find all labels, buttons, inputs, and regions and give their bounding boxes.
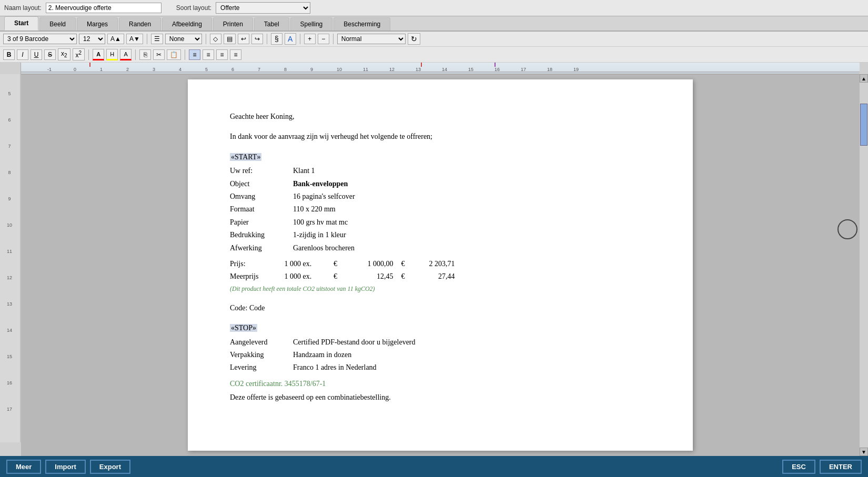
verpakking-label: Verpakking [230, 349, 293, 361]
tab-marges[interactable]: Marges [77, 17, 118, 31]
font-family-select[interactable]: 3 of 9 Barcode [3, 34, 77, 44]
formaat-value: 110 x 220 mm [293, 204, 651, 215]
meerprijs-amount1: 12,45 [346, 271, 393, 282]
tab-randen[interactable]: Randen [119, 17, 161, 31]
top-bar: Naam layout: Soort layout: Offerte [0, 0, 868, 16]
svg-text:2: 2 [126, 67, 129, 72]
svg-text:0: 0 [74, 67, 76, 72]
start-tag-para: «START» [230, 151, 651, 163]
scroll-up-btn[interactable]: ▲ [860, 74, 868, 83]
paste-btn[interactable]: 📋 [167, 49, 181, 60]
combinatie-para: Deze offerte is gebaseerd op een combina… [230, 392, 651, 403]
prijs-ex: 1 000 ex. [285, 258, 332, 270]
enter-btn[interactable]: ENTER [820, 460, 862, 474]
svg-text:8: 8 [8, 170, 11, 175]
strikethrough-btn[interactable]: S [44, 49, 56, 60]
import-btn[interactable]: Import [45, 460, 85, 474]
tab-beeld[interactable]: Beeld [39, 17, 76, 31]
scroll-down-btn[interactable]: ▼ [860, 448, 868, 456]
soort-label: Soort layout: [176, 4, 211, 12]
fields-grid: Uw ref: Klant 1 Object Bank-enveloppen O… [230, 165, 651, 254]
omvang-label: Omvang [230, 191, 293, 202]
style-select[interactable]: Normal [337, 34, 406, 44]
soort-select[interactable]: Offerte [216, 2, 310, 14]
tab-bescherming[interactable]: Bescherming [334, 17, 390, 31]
meerprijs-eur1: € [334, 271, 344, 282]
uw-ref-label: Uw ref: [230, 165, 293, 177]
svg-text:5: 5 [8, 91, 11, 96]
bold-btn[interactable]: B [3, 49, 15, 60]
refresh-btn[interactable]: ↻ [408, 33, 420, 45]
align-justify-btn[interactable]: ≡ [230, 49, 241, 60]
co2-note: (Dit product heeft een totale CO2 uitsto… [230, 284, 651, 294]
main-area: 5 6 7 8 9 10 11 12 13 14 15 16 17 [0, 74, 868, 456]
object-value: Bank-enveloppen [293, 178, 651, 190]
svg-text:11: 11 [7, 249, 12, 254]
meerprijs-ex: 1 000 ex. [285, 271, 332, 282]
prijs-row: Prijs: 1 000 ex. € 1 000,00 € 2 203,71 [230, 258, 651, 270]
code-value: Code [249, 304, 265, 312]
svg-text:9: 9 [8, 196, 11, 201]
svg-text:-1: -1 [47, 67, 52, 72]
export-btn[interactable]: Export [90, 460, 130, 474]
esc-btn[interactable]: ESC [782, 460, 815, 474]
subscript-btn[interactable]: x2 [58, 48, 70, 60]
cut-btn[interactable]: ✂ [153, 49, 165, 60]
align-center-btn[interactable]: ≡ [203, 49, 214, 60]
tab-start[interactable]: Start [4, 16, 38, 31]
separator4 [300, 34, 300, 44]
minus-btn[interactable]: − [318, 34, 329, 44]
erase-btn[interactable]: ◇ [210, 34, 221, 44]
separator5 [333, 34, 334, 44]
svg-text:17: 17 [7, 407, 12, 412]
none-select[interactable]: None [165, 34, 202, 44]
copy-format-btn[interactable]: ⎘ [139, 49, 151, 60]
list2-btn[interactable]: ▤ [224, 34, 236, 44]
scroll-track[interactable] [860, 83, 868, 448]
scroll-thumb[interactable] [860, 104, 867, 146]
intro-text: In dank voor de aanvraag zijn wij verheu… [230, 133, 432, 140]
svg-text:7: 7 [8, 144, 11, 149]
underline-btn[interactable]: U [31, 49, 42, 60]
svg-text:10: 10 [337, 67, 342, 72]
separator6 [88, 49, 89, 60]
document-page[interactable]: Geachte heer Koning, In dank voor de aan… [188, 79, 693, 451]
font-color-btn[interactable]: A [93, 49, 104, 60]
list-btn[interactable]: ☰ [151, 34, 163, 44]
uw-ref-value: Klant 1 [293, 165, 651, 177]
prijs-amount2: 2 203,71 [413, 258, 455, 270]
meer-btn[interactable]: Meer [6, 460, 41, 474]
align-right-btn[interactable]: ≡ [216, 49, 228, 60]
italic-btn[interactable]: I [17, 49, 28, 60]
plus-btn[interactable]: + [304, 34, 316, 44]
text-btn[interactable]: A [285, 33, 296, 45]
horizontal-ruler: -1 0 1 2 3 4 5 6 7 8 9 10 11 12 13 14 15… [21, 63, 860, 74]
scrollbar-right[interactable]: ▲ ▼ [860, 74, 868, 456]
tab-printen[interactable]: Printen [213, 17, 253, 31]
meerprijs-eur2: € [395, 271, 411, 282]
svg-text:7: 7 [258, 67, 260, 72]
svg-text:6: 6 [231, 67, 234, 72]
redo-btn[interactable]: ↪ [251, 34, 263, 44]
svg-rect-2 [494, 63, 496, 67]
prijs-eur1: € [334, 258, 344, 270]
papier-value: 100 grs hv mat mc [293, 217, 651, 228]
formaat-label: Formaat [230, 204, 293, 215]
text-color-btn[interactable]: A [120, 49, 132, 60]
paragraph-btn[interactable]: § [271, 33, 282, 45]
tab-spelling[interactable]: Spelling [290, 17, 333, 31]
content-area[interactable]: Geachte heer Koning, In dank voor de aan… [21, 74, 860, 456]
undo-btn[interactable]: ↩ [238, 34, 249, 44]
naam-input[interactable] [46, 3, 162, 13]
highlight-btn[interactable]: H [106, 49, 118, 60]
superscript-btn[interactable]: x2 [73, 48, 85, 60]
font-increase-btn[interactable]: A▲ [107, 34, 124, 44]
font-size-select[interactable]: 12 [79, 34, 105, 44]
tab-afbeelding[interactable]: Afbeelding [162, 17, 212, 31]
tab-tabel[interactable]: Tabel [254, 17, 289, 31]
svg-text:1: 1 [100, 67, 103, 72]
co2-cert-text: CO2 certificaatnr. 3455178/67-1 [230, 380, 326, 388]
svg-text:13: 13 [416, 67, 421, 72]
align-left-btn[interactable]: ≡ [189, 49, 200, 60]
font-decrease-btn[interactable]: A▼ [126, 34, 143, 44]
